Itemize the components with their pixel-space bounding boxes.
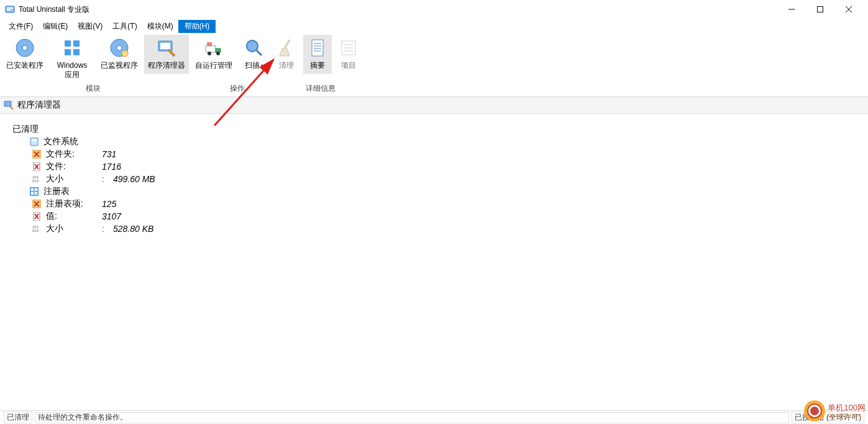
svg-rect-35 [30, 138, 38, 145]
svg-rect-1 [7, 7, 13, 9]
ribbon-monitored[interactable]: 已监视程序 [97, 35, 142, 74]
minimize-button[interactable] [777, 0, 806, 19]
kv-sep: : [102, 174, 113, 184]
close-button[interactable] [834, 0, 863, 19]
ribbon-clean[interactable]: 清理 [272, 35, 301, 74]
panel-header: 程序清理器 [0, 96, 868, 114]
ribbon-cleaner[interactable]: 程序清理器 [144, 35, 189, 74]
kv-value: 125 [102, 199, 116, 209]
menu-view[interactable]: 视图(V) [73, 20, 107, 33]
ribbon-label: 已安装程序 [6, 61, 43, 70]
ribbon-winapps[interactable]: Windows 应用 [50, 35, 94, 83]
ribbon-project[interactable]: 项目 [334, 35, 363, 74]
monitor-brush-icon [156, 37, 177, 58]
svg-rect-18 [206, 46, 216, 52]
menu-edit[interactable]: 编辑(E) [38, 20, 73, 33]
kv-label: 注册表项: [46, 198, 102, 210]
tree-fs-label: 文件系统 [43, 136, 78, 147]
tree-reg-size[interactable]: 101010 大小 : 528.80 KB [32, 223, 856, 234]
tree-fs-size[interactable]: 101010 大小 : 499.60 MB [32, 173, 856, 185]
svg-text:010: 010 [32, 229, 39, 233]
ribbon-scan[interactable]: 扫描▾ [239, 35, 270, 74]
kv-value: 1716 [102, 162, 121, 172]
maximize-button[interactable] [806, 0, 834, 19]
kv-value: 731 [102, 149, 116, 159]
title-bar: Total Uninstall 专业版 [0, 0, 868, 19]
svg-point-14 [117, 45, 122, 50]
ribbon-label: 扫描 [245, 61, 260, 70]
svg-rect-2 [7, 9, 11, 11]
svg-rect-34 [4, 101, 11, 106]
ribbon-autorun[interactable]: 自运行管理 [191, 35, 236, 74]
truck-icon [203, 37, 224, 58]
svg-rect-11 [65, 49, 71, 55]
ribbon-label: 清理 [279, 61, 294, 70]
chevron-down-icon: ▾ [261, 63, 263, 68]
tree-reg-items[interactable]: 注册表项: 125 [32, 198, 856, 210]
cd-icon [14, 37, 35, 58]
magnifier-icon [244, 37, 265, 58]
tree-fs-files[interactable]: 文件: 1716 [32, 161, 856, 172]
kv-label: 大小 [46, 223, 102, 234]
kv-value: 528.80 KB [113, 224, 153, 234]
svg-rect-17 [160, 43, 170, 49]
svg-rect-22 [207, 42, 212, 46]
folder-del-icon [32, 150, 41, 159]
ribbon-toolbar: 已安装程序 Windows 应用 已监视程序 程序清理器 自运行管理 扫描▾ 清… [0, 34, 868, 83]
kv-label: 大小 [46, 173, 102, 185]
broom-icon [276, 37, 297, 58]
svg-rect-46 [31, 188, 34, 191]
menu-help[interactable]: 帮助(H) [178, 20, 216, 33]
tree-fs-folders[interactable]: 文件夹: 731 [32, 149, 856, 160]
content-area: 已清理 文件系统 文件夹: 731 文件: 1716 [0, 114, 868, 400]
panel-title: 程序清理器 [17, 99, 61, 111]
ribbon-label: 项目 [341, 61, 356, 70]
kv-value: 499.60 MB [113, 174, 155, 184]
tree-reg-label: 注册表 [43, 186, 70, 197]
svg-rect-25 [312, 40, 323, 56]
menu-bar: 文件(F) 编辑(E) 视图(V) 工具(T) 模块(M) 帮助(H) [0, 19, 868, 34]
svg-point-8 [22, 45, 27, 50]
svg-rect-12 [73, 49, 80, 55]
svg-rect-9 [65, 40, 71, 47]
binary-icon: 101010 [32, 175, 41, 183]
ribbon-label: 自运行管理 [195, 61, 232, 70]
tree-reg-node[interactable]: 注册表 [22, 186, 856, 197]
menu-modules[interactable]: 模块(M) [142, 20, 178, 33]
svg-rect-36 [32, 139, 37, 141]
registry-icon [30, 187, 39, 196]
watermark-subtext: danji100.com [828, 412, 866, 418]
status-message: 待处理的文件重命名操作。 [35, 412, 789, 423]
kv-sep: : [102, 224, 113, 234]
kv-label: 值: [46, 211, 102, 222]
tree-fs-node[interactable]: 文件系统 [22, 136, 856, 147]
ribbon-summary[interactable]: 摘要 [303, 35, 332, 74]
svg-rect-4 [818, 7, 823, 12]
monitor-brush-icon [4, 100, 14, 110]
ribbon-label: 已监视程序 [101, 61, 138, 70]
ribbon-label: 摘要 [310, 61, 325, 70]
tree-reg-values[interactable]: 值: 3107 [32, 211, 856, 222]
ribbon-label: 程序清理器 [148, 61, 185, 70]
tree-root-cleaned[interactable]: 已清理 [12, 124, 856, 135]
svg-rect-10 [73, 40, 80, 47]
cd-monitor-icon [109, 37, 130, 58]
filesystem-icon [30, 137, 39, 146]
ribbon-group-modules: 模块 [2, 83, 184, 94]
kv-label: 文件: [46, 161, 102, 172]
menu-tools[interactable]: 工具(T) [107, 20, 142, 33]
menu-file[interactable]: 文件(F) [4, 20, 38, 33]
ribbon-group-ops: 操作 [184, 83, 291, 94]
tree-root-label: 已清理 [12, 124, 39, 135]
svg-point-23 [247, 40, 258, 52]
regvalue-del-icon [32, 212, 41, 221]
regkey-del-icon [32, 200, 41, 208]
watermark: 单机100网 danji100.com [804, 400, 866, 422]
app-icon [5, 4, 15, 14]
svg-line-24 [257, 50, 262, 55]
kv-label: 文件夹: [46, 149, 102, 160]
windows-tiles-icon [62, 37, 83, 58]
ribbon-installed[interactable]: 已安装程序 [2, 35, 47, 74]
kv-value: 3107 [102, 211, 121, 221]
svg-text:010: 010 [32, 179, 39, 183]
